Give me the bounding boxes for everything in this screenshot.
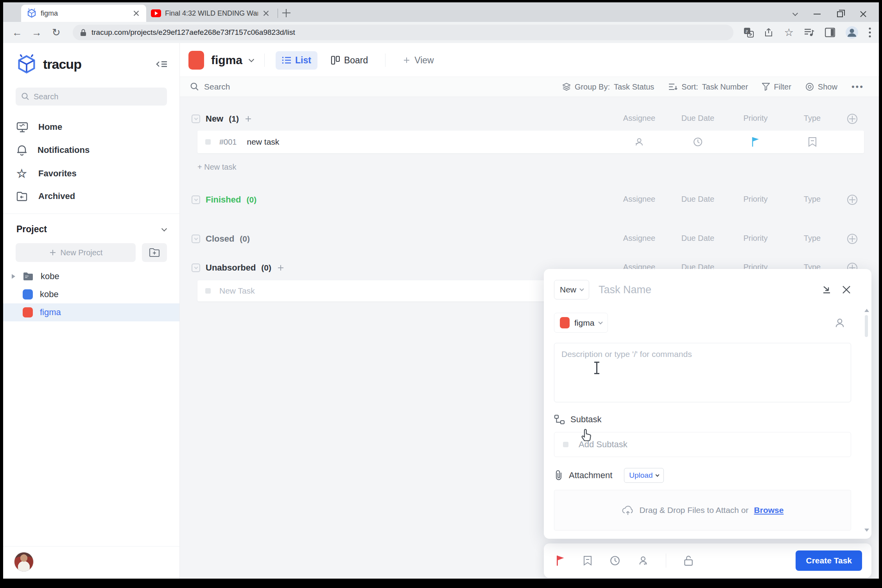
group-collapse-checkbox[interactable]	[192, 115, 200, 123]
url-text: tracup.com/projects/e29ef127aefe268e73f7…	[91, 28, 295, 37]
minimize-window-icon[interactable]	[814, 14, 821, 14]
profile-avatar-icon[interactable]	[845, 26, 859, 39]
drag-handle	[205, 288, 211, 294]
sidebar-item-notifications[interactable]: Notifications	[3, 138, 179, 162]
upload-dropdown-button[interactable]: Upload	[624, 468, 663, 483]
project-item-kobe-folder[interactable]: kobe	[3, 267, 179, 285]
reading-list-icon[interactable]	[825, 28, 835, 37]
due-date-icon[interactable]	[610, 555, 620, 566]
user-avatar[interactable]	[14, 552, 34, 572]
new-task-link[interactable]: + New task	[197, 163, 236, 172]
sidebar-item-favorites[interactable]: ☆ Favorites	[3, 162, 179, 185]
task-title[interactable]: new task	[247, 137, 280, 147]
reload-icon[interactable]: ↻	[50, 27, 63, 39]
restore-window-icon[interactable]	[837, 11, 843, 17]
close-icon[interactable]	[842, 285, 851, 294]
monitor-icon	[16, 122, 28, 133]
sidebar-search-input[interactable]: Search	[16, 88, 167, 106]
task-name-input[interactable]: Task Name	[599, 284, 812, 296]
share-icon[interactable]	[764, 27, 774, 38]
column-header-priority: Priority	[727, 195, 784, 205]
show-control[interactable]: Show	[805, 82, 837, 91]
lock-privacy-icon[interactable]	[683, 555, 694, 566]
create-task-button[interactable]: Create Task	[796, 550, 862, 571]
add-folder-button[interactable]	[142, 243, 167, 262]
task-type-icon[interactable]	[808, 137, 817, 147]
new-project-button[interactable]: New Project	[16, 243, 136, 262]
project-name: figma	[574, 318, 594, 328]
file-dropzone[interactable]: Drag & Drop Files to Attach or Browse	[554, 490, 851, 531]
more-options-icon[interactable]: •••	[852, 82, 864, 92]
group-by-label: Group By:	[575, 82, 610, 91]
description-input[interactable]: Description or type '/' for commands	[554, 343, 851, 402]
sort-control[interactable]: Sort: Task Number	[668, 82, 748, 91]
priority-flag-icon[interactable]	[751, 136, 760, 147]
brand-name: tracup	[43, 57, 81, 72]
group-name[interactable]: Closed	[206, 234, 234, 244]
kebab-menu-icon[interactable]	[869, 27, 871, 38]
sidebar-item-home[interactable]: Home	[3, 116, 179, 138]
add-task-icon[interactable]	[244, 115, 252, 123]
group-collapse-checkbox[interactable]	[192, 195, 200, 204]
forward-icon[interactable]: →	[30, 27, 43, 39]
modal-scrollbar[interactable]	[864, 307, 869, 534]
board-icon	[331, 56, 340, 65]
attachment-icon	[554, 470, 563, 481]
playlist-extension-icon[interactable]	[804, 28, 815, 37]
due-date-icon[interactable]	[693, 137, 703, 147]
close-tab-icon[interactable]	[262, 9, 271, 18]
drag-handle[interactable]	[205, 139, 211, 145]
expand-arrow-icon[interactable]	[12, 274, 15, 279]
translate-icon[interactable]: a	[744, 27, 754, 38]
close-tab-icon[interactable]	[132, 9, 141, 18]
project-item-figma[interactable]: figma	[3, 303, 179, 321]
bookmark-star-icon[interactable]: ☆	[784, 27, 794, 38]
back-icon[interactable]: ←	[11, 27, 23, 39]
chevron-down-icon[interactable]	[249, 57, 254, 62]
assignee-icon[interactable]	[638, 555, 649, 566]
project-item-kobe[interactable]: kobe	[3, 285, 179, 303]
scrollbar-thumb[interactable]	[865, 315, 868, 337]
column-header-assignee: Assignee	[610, 195, 669, 205]
add-task-icon[interactable]	[277, 264, 285, 272]
add-column-icon[interactable]	[847, 195, 857, 205]
collapse-sidebar-icon[interactable]	[155, 59, 169, 69]
add-column-icon[interactable]	[847, 114, 857, 124]
project-name: kobe	[41, 271, 59, 281]
filter-control[interactable]: Filter	[762, 82, 791, 91]
folder-plus-icon	[149, 248, 160, 257]
new-tab-button[interactable]	[280, 7, 292, 19]
group-name[interactable]: New	[206, 114, 223, 124]
task-status-dropdown[interactable]: New	[554, 280, 589, 299]
tab-list-view[interactable]: List	[276, 51, 317, 70]
add-subtask-input[interactable]: Add Subtask	[554, 432, 851, 457]
group-collapse-checkbox[interactable]	[192, 264, 200, 272]
table-row-task-001[interactable]: #001 new task	[197, 131, 864, 153]
search-tasks-input[interactable]: Search	[204, 82, 230, 91]
browser-tab-youtube[interactable]: Final 4:32 WILD ENDING Warr	[146, 5, 275, 22]
priority-flag-icon[interactable]	[556, 555, 566, 566]
address-bar[interactable]: tracup.com/projects/e29ef127aefe268e73f7…	[73, 25, 733, 40]
tab-board-view[interactable]: Board	[324, 51, 374, 70]
chevron-down-icon[interactable]	[161, 226, 167, 231]
tab-label: List	[295, 55, 311, 66]
project-selector-dropdown[interactable]: figma	[554, 313, 608, 333]
create-task-modal: New Task Name figma Description or type …	[544, 269, 871, 578]
window-menu-icon[interactable]	[792, 11, 798, 16]
group-name[interactable]: Unabsorbed	[206, 263, 256, 273]
scroll-up-icon[interactable]	[864, 309, 869, 312]
assignee-picker-icon[interactable]	[834, 317, 846, 329]
assignee-icon[interactable]	[634, 137, 644, 147]
add-column-icon[interactable]	[847, 234, 857, 244]
sidebar-item-archived[interactable]: Archived	[3, 185, 179, 207]
add-view-button[interactable]: View	[396, 51, 440, 70]
group-by-control[interactable]: Group By: Task Status	[562, 82, 654, 91]
group-collapse-checkbox[interactable]	[192, 235, 200, 243]
minimize-modal-icon[interactable]	[821, 285, 832, 295]
group-name[interactable]: Finished	[206, 195, 241, 205]
browser-tab-tracup[interactable]: figma	[21, 5, 146, 22]
close-window-icon[interactable]	[859, 10, 867, 18]
task-type-icon[interactable]	[583, 555, 592, 566]
scroll-down-icon[interactable]	[864, 529, 869, 532]
browse-link[interactable]: Browse	[754, 506, 784, 515]
